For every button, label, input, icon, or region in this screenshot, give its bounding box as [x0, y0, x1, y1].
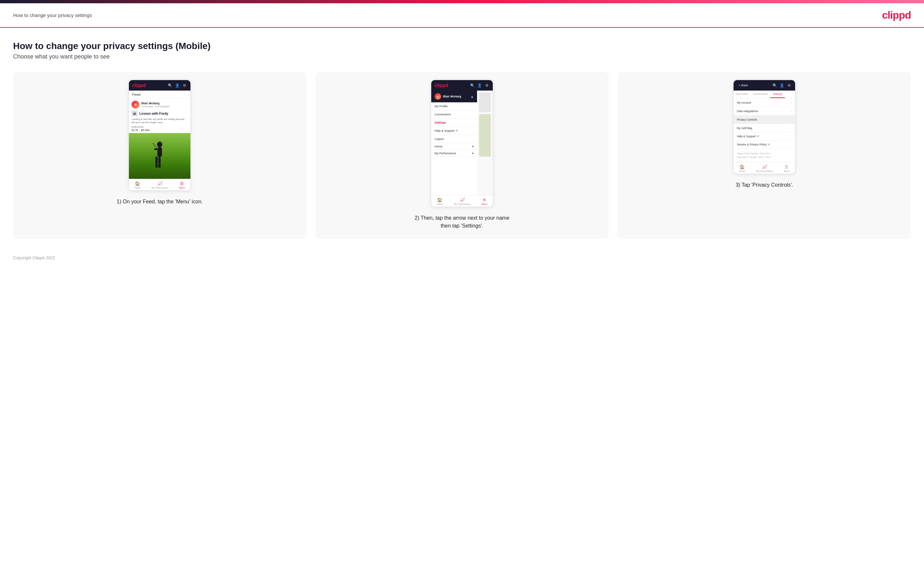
step-1-phone: clippd 🔍 👤 ⚙ Feed B Blair [129, 80, 191, 190]
chart-icon-3: 📈 [762, 164, 767, 169]
nav-menu-label-2: Menu [481, 203, 488, 205]
my-golf-bag-label: My Golf Bag [737, 127, 752, 130]
help-support-label: Help & Support ↗ [737, 135, 759, 138]
search-icon-3: 🔍 [772, 83, 777, 88]
phone-2-body: B Blair McHarg ▲ My Profile Connections … [431, 90, 493, 195]
svg-point-0 [157, 142, 162, 147]
menu-panel: B Blair McHarg ▲ My Profile Connections … [431, 90, 477, 195]
menu-section-home: Home ▾ [431, 143, 477, 150]
svg-rect-5 [155, 164, 158, 168]
settings-icon-3: ⚙ [787, 83, 792, 88]
post-desc: Looking to feel like my hands are exitin… [129, 117, 191, 125]
menu-icon-3: ☰ [785, 164, 788, 169]
performance-chevron: ▾ [472, 152, 474, 155]
feed-post: B Blair McHarg Yesterday · Sunningdale 📹… [129, 99, 191, 133]
nav-performance: 📈 My Performance [152, 181, 168, 189]
menu-section-performance: My Performance ▾ [431, 150, 477, 157]
step-1-card: clippd 🔍 👤 ⚙ Feed B Blair [13, 72, 306, 239]
post-title-row: 📹 Lesson with Fordy [129, 110, 191, 117]
home-icon-2: 🏠 [437, 197, 443, 202]
settings-item-service-privacy[interactable]: Service & Privacy Policy ↗ [733, 140, 795, 149]
menu-avatar: B [435, 93, 441, 100]
nav-performance-label-3: My Performance [756, 170, 773, 172]
nav-home: 🏠 Home [134, 181, 141, 189]
service-privacy-label: Service & Privacy Policy ↗ [737, 143, 770, 146]
privacy-controls-chevron: › [791, 118, 792, 121]
post-duration: 01 hr : 30 min [129, 129, 191, 133]
post-duration-label: Duration [129, 125, 191, 129]
menu-user-name: Blair McHarg [443, 95, 461, 98]
menu-item-logout: Logout [431, 135, 477, 143]
footer: Copyright Clippd 2022 [0, 249, 924, 267]
steps-container: clippd 🔍 👤 ⚙ Feed B Blair [13, 72, 911, 239]
post-meta: Blair McHarg Yesterday · Sunningdale [141, 102, 170, 108]
menu-item-my-profile: My Profile [431, 102, 477, 111]
copyright: Copyright Clippd 2022 [13, 255, 55, 260]
settings-item-my-account[interactable]: My Account › [733, 98, 795, 107]
nav-home-label-2: Home [437, 203, 443, 205]
close-icon: ✕ [483, 197, 486, 202]
feed-tab: Feed [129, 90, 191, 99]
golfer-silhouette [151, 141, 169, 171]
main-content: How to change your privacy settings (Mob… [0, 28, 924, 249]
phone-2-logo: clippd [435, 83, 448, 88]
data-integrations-chevron: › [791, 109, 792, 113]
nav-home-2: 🏠 Home [437, 197, 443, 205]
user-icon-2: 👤 [477, 83, 482, 88]
tab-settings[interactable]: Settings [770, 90, 785, 98]
post-name: Blair McHarg [141, 102, 170, 105]
top-accent-bar [0, 0, 924, 3]
phone-2-icons: 🔍 👤 ⚙ [470, 83, 489, 88]
home-chevron: ▾ [472, 145, 474, 148]
data-integrations-label: Data Integrations [737, 110, 758, 113]
phone-2-bottom-nav: 🏠 Home 📈 My Performance ✕ Menu [431, 195, 493, 206]
menu-item-connections: Connections [431, 111, 477, 119]
step-3-caption: 3) Tap 'Privacy Controls'. [735, 181, 793, 189]
phone-3-icons: 🔍 👤 ⚙ [772, 83, 792, 88]
phone-1-bottom-nav: 🏠 Home 📈 My Performance ☰ Menu [129, 179, 191, 190]
back-button[interactable]: ‹ < Back [737, 84, 748, 87]
search-icon-2: 🔍 [470, 83, 475, 88]
phone-1-icons: 🔍 👤 ⚙ [168, 83, 187, 88]
menu-home-label: Home [435, 145, 443, 148]
settings-item-privacy-controls[interactable]: Privacy Controls › [733, 115, 795, 124]
settings-version: Clippd Client Version: 2022.8.3-3 GQL Se… [733, 149, 795, 162]
menu-user-chevron: ▲ [470, 95, 474, 98]
nav-home-label: Home [134, 187, 141, 189]
header-title: How to change your privacy settings [13, 13, 92, 18]
settings-item-data-integrations[interactable]: Data Integrations › [733, 107, 795, 115]
settings-item-help-support[interactable]: Help & Support ↗ [733, 132, 795, 140]
version-line-2: GQL Server Version: 2022.7.30-1 [737, 156, 792, 159]
page-subheading: Choose what you want people to see [13, 53, 911, 60]
my-account-label: My Account [737, 101, 751, 104]
settings-list: My Account › Data Integrations › Privacy… [733, 98, 795, 162]
menu-item-settings: Settings [431, 119, 477, 127]
golf-image [129, 133, 191, 179]
nav-performance-3: 📈 My Performance [756, 164, 773, 172]
logo: clippd [882, 9, 911, 21]
menu-item-help: Help & Support ↗ [431, 127, 477, 135]
back-label: < Back [739, 84, 748, 87]
post-lesson-title: Lesson with Fordy [139, 112, 168, 115]
step-1-caption: 1) On your Feed, tap the 'Menu' icon. [116, 198, 202, 206]
nav-home-3: 🏠 Home [739, 164, 745, 172]
step-2-caption: 2) Then, tap the arrow next to your name… [413, 214, 511, 230]
version-line-1: Clippd Client Version: 2022.8.3-3 [737, 152, 792, 156]
page-heading: How to change your privacy settings (Mob… [13, 41, 911, 51]
menu-user-row: B Blair McHarg ▲ [431, 90, 477, 102]
nav-menu-label: Menu [179, 187, 185, 189]
chart-icon-2: 📈 [460, 197, 465, 202]
my-account-chevron: › [791, 101, 792, 104]
lesson-icon: 📹 [131, 111, 137, 116]
step-3-phone: ‹ < Back 🔍 👤 ⚙ My Profile Connections Se… [733, 80, 795, 174]
nav-menu: ☰ Menu [179, 181, 185, 189]
nav-menu-label-3: Menu [784, 170, 790, 172]
tab-my-profile[interactable]: My Profile [733, 90, 751, 98]
chart-icon: 📈 [157, 181, 163, 186]
settings-tabs: My Profile Connections Settings [733, 90, 795, 98]
settings-item-my-golf-bag[interactable]: My Golf Bag › [733, 124, 795, 132]
menu-icon: ☰ [180, 181, 184, 186]
tab-connections[interactable]: Connections [751, 90, 770, 98]
header: How to change your privacy settings clip… [0, 3, 924, 28]
nav-home-label-3: Home [739, 170, 745, 172]
